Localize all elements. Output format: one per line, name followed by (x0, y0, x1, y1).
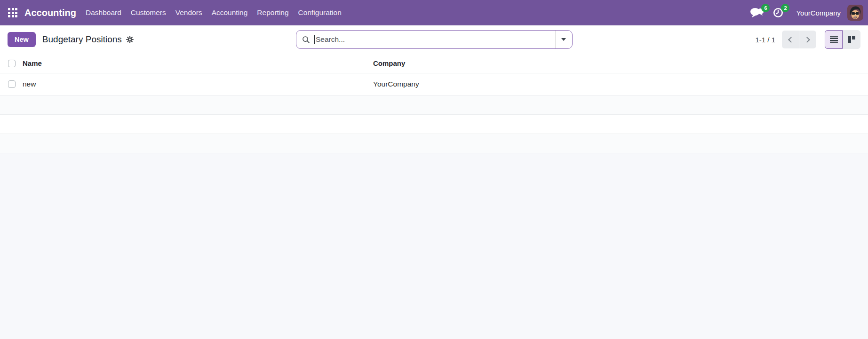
view-switcher (825, 30, 860, 49)
messages-badge: 6 (761, 4, 770, 12)
empty-row (0, 95, 868, 115)
search-bar (296, 30, 573, 49)
menu-item-customers[interactable]: Customers (126, 0, 171, 25)
search-input[interactable] (315, 35, 555, 44)
user-avatar[interactable] (847, 5, 863, 21)
empty-row (0, 134, 868, 153)
apps-menu-button[interactable] (4, 4, 22, 22)
view-switcher-kanban-button[interactable] (843, 30, 860, 49)
content-background (0, 153, 868, 339)
chevron-right-icon (804, 37, 810, 43)
systray: 6 2 YourCompany (750, 5, 863, 21)
menu-item-reporting[interactable]: Reporting (252, 0, 293, 25)
kanban-view-icon (848, 36, 855, 43)
caret-down-icon (561, 38, 566, 41)
company-switcher[interactable]: YourCompany (796, 9, 841, 17)
budgetary-positions-list: Name Company new YourCompany (0, 54, 868, 153)
cell-name: new (19, 80, 369, 88)
messages-button[interactable]: 6 (750, 7, 764, 18)
main-menu: Dashboard Customers Vendors Accounting R… (81, 0, 346, 25)
select-all-checkbox[interactable] (8, 60, 16, 67)
menu-item-vendors[interactable]: Vendors (171, 0, 207, 25)
search-icon (302, 36, 310, 44)
menu-item-accounting[interactable]: Accounting (207, 0, 253, 25)
control-panel: New Budgetary Positions (0, 25, 868, 54)
row-checkbox[interactable] (8, 80, 16, 88)
view-switcher-list-button[interactable] (825, 30, 843, 49)
table-row[interactable]: new YourCompany (0, 73, 868, 95)
chevron-left-icon (788, 37, 794, 43)
app-brand[interactable]: Accounting (24, 8, 76, 18)
menu-item-configuration[interactable]: Configuration (294, 0, 346, 25)
action-menu-button[interactable] (126, 36, 134, 43)
pager (782, 31, 816, 48)
cell-company: YourCompany (369, 80, 868, 88)
pager-range[interactable]: 1-1 / 1 (755, 36, 775, 44)
search-options-toggle[interactable] (555, 31, 572, 48)
list-view-icon (830, 36, 838, 44)
column-header-name[interactable]: Name (19, 59, 369, 67)
activities-button[interactable]: 2 (772, 7, 784, 18)
control-panel-right: 1-1 / 1 (755, 30, 860, 49)
column-header-company[interactable]: Company (369, 59, 868, 67)
empty-row (0, 115, 868, 134)
menu-item-dashboard[interactable]: Dashboard (81, 0, 126, 25)
breadcrumb-title: Budgetary Positions (42, 34, 122, 45)
pager-next-button[interactable] (799, 31, 816, 48)
gear-icon (126, 36, 134, 43)
activities-badge: 2 (781, 4, 789, 12)
new-button[interactable]: New (8, 32, 36, 47)
list-header-row: Name Company (0, 54, 868, 73)
navbar: Accounting Dashboard Customers Vendors A… (0, 0, 868, 25)
pager-previous-button[interactable] (782, 31, 799, 48)
apps-grid-icon (8, 8, 17, 17)
